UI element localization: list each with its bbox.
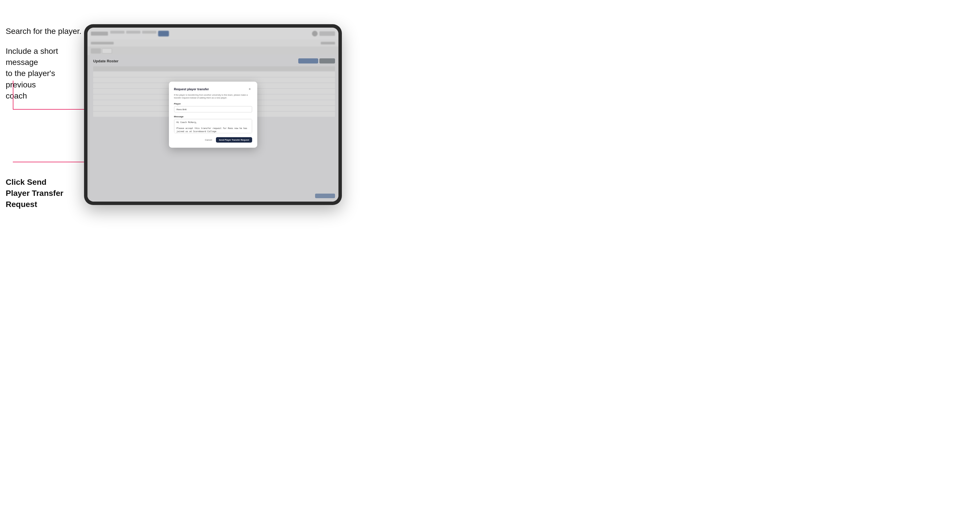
annotation-click: Click Send Player Transfer Request: [6, 176, 68, 210]
send-transfer-request-button[interactable]: Send Player Transfer Request: [216, 137, 252, 143]
modal-footer: Cancel Send Player Transfer Request: [174, 137, 252, 143]
request-transfer-modal: Request player transfer × If the player …: [169, 81, 257, 148]
player-input[interactable]: [174, 106, 252, 113]
message-textarea[interactable]: Hi Coach McHarg, Please accept this tran…: [174, 119, 252, 133]
tablet-screen: Update Roster: [88, 28, 339, 202]
message-label: Message: [174, 115, 252, 118]
annotation-message: Include a short message to the player's …: [6, 46, 80, 102]
player-label: Player: [174, 102, 252, 105]
modal-description: If the player is transferring from anoth…: [174, 94, 252, 99]
modal-title: Request player transfer: [174, 87, 209, 90]
cancel-button[interactable]: Cancel: [202, 138, 214, 142]
arrow-message-vertical: [13, 81, 13, 109]
annotation-search: Search for the player.: [6, 25, 81, 37]
modal-overlay: Request player transfer × If the player …: [88, 28, 339, 202]
tablet-device: Update Roster: [84, 24, 342, 205]
modal-close-button[interactable]: ×: [248, 87, 252, 91]
modal-header: Request player transfer ×: [174, 87, 252, 91]
